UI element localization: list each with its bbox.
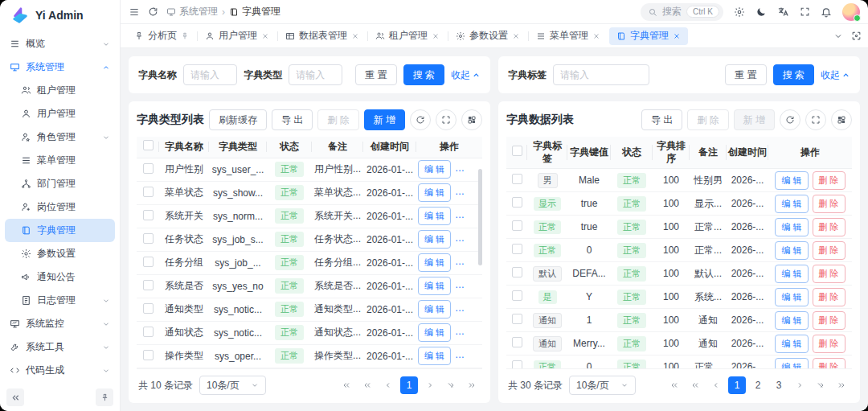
- fullscreen-icon[interactable]: [800, 6, 810, 17]
- sidebar-item-系统监控[interactable]: 系统监控: [5, 312, 115, 335]
- pagination-prev-icon[interactable]: [707, 376, 725, 394]
- collapse-search-link[interactable]: 收起: [451, 68, 481, 82]
- search-button[interactable]: 搜 索: [773, 64, 814, 85]
- search-button[interactable]: 搜 索: [403, 64, 444, 85]
- page-size-select[interactable]: 10条/页: [569, 376, 636, 395]
- tab-close-icon[interactable]: [592, 32, 600, 40]
- pagination-last-icon[interactable]: [463, 376, 481, 394]
- tab-参数设置[interactable]: 参数设置: [448, 27, 527, 45]
- row-checkbox[interactable]: [143, 163, 154, 174]
- delete-row-button[interactable]: 删 除: [813, 265, 845, 283]
- sidebar-item-参数设置[interactable]: 参数设置: [5, 242, 115, 265]
- pagination-prev2-icon[interactable]: [358, 376, 376, 394]
- column-settings-icon[interactable]: [461, 109, 482, 130]
- tabs-dropdown-chevron-icon[interactable]: [833, 31, 843, 41]
- edit-button[interactable]: 编 辑: [418, 347, 451, 365]
- reset-button[interactable]: 重 置: [355, 64, 396, 85]
- row-checkbox[interactable]: [512, 290, 522, 301]
- refresh-table-icon[interactable]: [410, 109, 431, 130]
- sidebar-item-岗位管理[interactable]: 岗位管理: [5, 195, 115, 219]
- row-checkbox[interactable]: [512, 267, 522, 277]
- row-checkbox[interactable]: [512, 197, 522, 208]
- row-checkbox[interactable]: [143, 280, 154, 290]
- edit-button[interactable]: 编 辑: [775, 288, 808, 306]
- sidebar-item-代码生成[interactable]: 代码生成: [5, 359, 115, 382]
- page-number-1[interactable]: 1: [400, 376, 418, 394]
- delete-row-button[interactable]: 删 除: [813, 171, 845, 190]
- sidebar-item-概览[interactable]: 概览: [5, 32, 115, 55]
- row-checkbox[interactable]: [143, 327, 154, 337]
- tab-用户管理[interactable]: 用户管理: [198, 27, 276, 45]
- user-avatar[interactable]: [842, 3, 860, 21]
- row-checkbox[interactable]: [143, 303, 154, 314]
- select-all-checkbox[interactable]: [512, 146, 522, 156]
- refresh-page-icon[interactable]: [148, 6, 158, 17]
- edit-button[interactable]: 编 辑: [418, 277, 451, 295]
- export-button[interactable]: 导 出: [641, 109, 682, 130]
- global-search[interactable]: 搜索 Ctrl K: [641, 3, 723, 21]
- delete-row-button[interactable]: 删 除: [813, 288, 845, 306]
- tab-分析页[interactable]: 分析页: [127, 27, 196, 45]
- add-button[interactable]: 新 增: [364, 109, 405, 130]
- edit-button[interactable]: 编 辑: [418, 183, 451, 202]
- sidebar-item-角色管理[interactable]: 角色管理: [5, 125, 115, 149]
- sidebar-item-用户管理[interactable]: 用户管理: [5, 102, 115, 125]
- delete-row-button[interactable]: 删 除: [813, 311, 845, 330]
- edit-button[interactable]: 编 辑: [775, 335, 808, 353]
- sidebar-item-系统管理[interactable]: 系统管理: [5, 55, 115, 79]
- translate-icon[interactable]: [777, 6, 789, 18]
- tab-菜单管理[interactable]: 菜单管理: [529, 27, 608, 45]
- tab-close-icon[interactable]: [512, 32, 520, 40]
- edit-button[interactable]: 编 辑: [775, 195, 808, 213]
- row-checkbox[interactable]: [143, 210, 154, 220]
- export-button[interactable]: 导 出: [272, 109, 313, 130]
- moon-icon[interactable]: [755, 6, 767, 18]
- row-checkbox[interactable]: [512, 174, 522, 184]
- table-fullscreen-icon[interactable]: [805, 109, 826, 130]
- hamburger-icon[interactable]: [129, 6, 140, 18]
- edit-button[interactable]: 编 辑: [775, 358, 808, 368]
- logo[interactable]: Yi Admin: [0, 0, 120, 29]
- row-checkbox[interactable]: [512, 337, 522, 347]
- pagination-first-icon[interactable]: [338, 376, 355, 394]
- edit-button[interactable]: 编 辑: [418, 230, 451, 249]
- sidebar-item-字典管理[interactable]: 字典管理: [5, 219, 115, 242]
- pagination-next-icon[interactable]: [421, 376, 439, 394]
- sidebar-item-系统工具[interactable]: 系统工具: [5, 335, 115, 359]
- dict-type-input[interactable]: [289, 64, 342, 85]
- row-checkbox[interactable]: [143, 187, 154, 197]
- tab-pin-icon[interactable]: [181, 32, 189, 40]
- sidebar-item-日志管理[interactable]: 日志管理: [5, 289, 115, 312]
- column-settings-icon[interactable]: [831, 109, 852, 130]
- select-all-checkbox[interactable]: [143, 140, 154, 150]
- edit-button[interactable]: 编 辑: [418, 323, 451, 342]
- add-button[interactable]: 新 增: [734, 109, 775, 130]
- row-checkbox[interactable]: [512, 244, 522, 254]
- pagination-last-icon[interactable]: [833, 376, 850, 394]
- edit-button[interactable]: 编 辑: [775, 171, 808, 190]
- refresh-table-icon[interactable]: [780, 109, 800, 130]
- edit-button[interactable]: 编 辑: [418, 253, 451, 272]
- tab-close-icon[interactable]: [351, 32, 359, 40]
- page-number-3[interactable]: 3: [770, 376, 788, 394]
- delete-row-button[interactable]: 删 除: [813, 241, 845, 260]
- delete-row-button[interactable]: 删 除: [813, 335, 845, 353]
- edit-button[interactable]: 编 辑: [418, 160, 451, 179]
- collapse-sidebar-button[interactable]: [6, 388, 24, 406]
- tab-数据表管理[interactable]: 数据表管理: [278, 27, 366, 45]
- delete-row-button[interactable]: 删 除: [813, 358, 845, 368]
- dict-label-input[interactable]: [553, 64, 649, 85]
- row-checkbox[interactable]: [143, 350, 154, 360]
- delete-button[interactable]: 删 除: [687, 109, 728, 130]
- edit-button[interactable]: 编 辑: [775, 218, 808, 236]
- edit-button[interactable]: 编 辑: [775, 265, 808, 283]
- pagination-next-icon[interactable]: [791, 376, 809, 394]
- pagination-first-icon[interactable]: [665, 376, 683, 394]
- table-scrollbar[interactable]: [478, 169, 482, 265]
- delete-button[interactable]: 删 除: [317, 109, 358, 130]
- page-number-2[interactable]: 2: [749, 376, 767, 394]
- edit-button[interactable]: 编 辑: [418, 207, 451, 225]
- sidebar-item-部门管理[interactable]: 部门管理: [5, 172, 115, 195]
- dict-name-input[interactable]: [183, 64, 237, 85]
- delete-row-button[interactable]: 删 除: [813, 218, 845, 236]
